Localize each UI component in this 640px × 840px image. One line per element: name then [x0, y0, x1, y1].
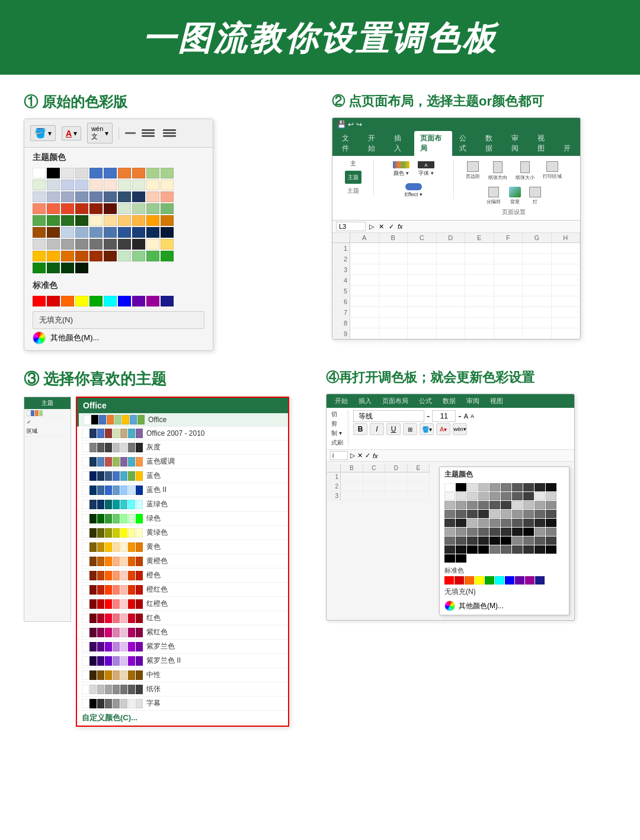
up-theme-swatch[interactable] — [523, 501, 534, 509]
table-cell[interactable] — [363, 482, 386, 491]
up-theme-swatch[interactable] — [546, 501, 556, 509]
colors-btn[interactable]: 颜色 ▾ — [390, 159, 412, 179]
up-std-swatch[interactable] — [475, 576, 484, 585]
table-cell[interactable] — [408, 491, 430, 500]
theme-color-swatch[interactable] — [118, 168, 131, 178]
standard-color-swatch[interactable] — [61, 296, 74, 306]
theme-list-item[interactable]: 黄绿色 — [77, 526, 288, 540]
theme-color-swatch[interactable] — [146, 239, 159, 250]
theme-color-swatch[interactable] — [33, 215, 46, 226]
up-more-colors-btn[interactable]: 其他颜色(M)... — [440, 599, 569, 615]
table-cell[interactable] — [465, 264, 494, 274]
table-cell[interactable] — [552, 243, 581, 253]
italic-btn[interactable]: I — [370, 423, 384, 435]
theme-color-swatch[interactable] — [161, 251, 174, 261]
theme-color-swatch[interactable] — [146, 215, 159, 226]
theme-list-item-custom[interactable]: 自定义颜色(C)... — [77, 711, 288, 726]
up-theme-swatch[interactable] — [523, 528, 534, 536]
font-color-btn[interactable]: A▾ — [62, 126, 81, 140]
up-theme-swatch[interactable] — [489, 536, 500, 545]
standard-color-swatch[interactable] — [146, 296, 159, 306]
theme-color-swatch[interactable] — [146, 251, 159, 261]
theme-color-swatch[interactable] — [161, 203, 174, 214]
theme-list-item[interactable]: Office 2007 - 2010 — [77, 427, 288, 440]
up-theme-swatch[interactable] — [523, 510, 534, 518]
up-theme-swatch[interactable] — [535, 483, 545, 491]
table-cell[interactable] — [523, 275, 552, 285]
table-cell[interactable] — [408, 328, 437, 338]
table-cell[interactable] — [341, 491, 363, 500]
name-box[interactable] — [336, 222, 366, 231]
theme-color-swatch[interactable] — [146, 203, 159, 214]
up-std-swatch[interactable] — [455, 576, 464, 585]
up-theme-swatch[interactable] — [489, 519, 500, 527]
up-theme-swatch[interactable] — [478, 510, 489, 518]
table-cell[interactable] — [350, 275, 379, 285]
print-btn[interactable]: 打 — [526, 185, 544, 207]
theme-color-swatch[interactable] — [75, 239, 88, 250]
theme-color-swatch[interactable] — [33, 251, 46, 261]
theme-color-swatch[interactable] — [132, 227, 145, 238]
table-cell[interactable] — [408, 318, 437, 328]
up-theme-swatch[interactable] — [523, 519, 534, 527]
table-cell[interactable] — [379, 275, 408, 285]
print-area-btn[interactable]: 打印区域 — [540, 159, 565, 183]
theme-color-swatch[interactable] — [47, 227, 60, 238]
up-theme-swatch[interactable] — [478, 545, 489, 554]
more-colors-btn[interactable]: 其他颜色(M)... — [33, 331, 204, 344]
excel-tab[interactable]: 数据 — [479, 131, 504, 156]
table-cell[interactable] — [465, 254, 494, 264]
table-cell[interactable] — [408, 482, 430, 491]
up-theme-swatch[interactable] — [512, 536, 523, 545]
up-theme-swatch[interactable] — [467, 483, 478, 491]
theme-list-item[interactable]: 紫红色 — [77, 625, 288, 640]
theme-color-swatch[interactable] — [61, 251, 74, 261]
theme-color-swatch[interactable] — [61, 215, 74, 226]
standard-color-swatch[interactable] — [132, 296, 145, 306]
table-cell[interactable] — [385, 472, 408, 481]
up-theme-swatch[interactable] — [501, 510, 511, 518]
theme-color-swatch[interactable] — [104, 168, 117, 178]
theme-color-swatch[interactable] — [33, 203, 46, 214]
up-excel-tab[interactable]: 页面布局 — [377, 394, 413, 408]
up-excel-tab[interactable]: 开始 — [330, 394, 353, 408]
theme-color-swatch[interactable] — [75, 203, 88, 214]
up-theme-swatch[interactable] — [467, 510, 478, 518]
up-theme-swatch[interactable] — [478, 519, 489, 527]
up-theme-swatch[interactable] — [546, 536, 556, 545]
table-cell[interactable] — [350, 307, 379, 317]
up-theme-swatch[interactable] — [535, 492, 545, 500]
theme-color-swatch[interactable] — [47, 263, 60, 273]
theme-list-item[interactable]: 纸张 — [77, 682, 288, 697]
up-theme-swatch[interactable] — [512, 545, 523, 554]
up-theme-swatch[interactable] — [546, 528, 556, 536]
up-theme-swatch[interactable] — [489, 492, 500, 500]
theme-color-swatch[interactable] — [75, 263, 88, 273]
theme-color-swatch[interactable] — [47, 215, 60, 226]
table-cell[interactable] — [437, 254, 466, 264]
up-theme-swatch[interactable] — [501, 501, 511, 509]
table-cell[interactable] — [523, 264, 552, 274]
up-theme-swatch[interactable] — [456, 501, 466, 509]
theme-list-item[interactable]: 蓝色 — [77, 469, 288, 483]
up-theme-swatch[interactable] — [535, 528, 545, 536]
theme-color-swatch[interactable] — [33, 180, 46, 190]
up-excel-tab[interactable]: 公式 — [414, 394, 437, 408]
theme-list-item[interactable]: 灰度 — [77, 440, 288, 455]
theme-color-swatch[interactable] — [89, 191, 103, 202]
up-theme-swatch[interactable] — [501, 528, 511, 536]
up-theme-swatch[interactable] — [512, 483, 523, 491]
up-theme-swatch[interactable] — [489, 501, 500, 509]
theme-color-swatch[interactable] — [118, 180, 131, 190]
up-theme-swatch[interactable] — [523, 483, 534, 491]
up-std-swatch[interactable] — [515, 576, 524, 585]
table-cell[interactable] — [494, 296, 523, 306]
table-cell[interactable] — [523, 307, 552, 317]
up-theme-swatch[interactable] — [523, 545, 534, 554]
standard-color-swatch[interactable] — [33, 296, 46, 306]
theme-color-swatch[interactable] — [161, 239, 174, 250]
theme-color-swatch[interactable] — [161, 191, 174, 202]
size-btn[interactable]: 纸张大小 — [513, 159, 537, 183]
theme-color-swatch[interactable] — [89, 168, 103, 178]
excel-tab[interactable]: 审阅 — [505, 131, 530, 156]
